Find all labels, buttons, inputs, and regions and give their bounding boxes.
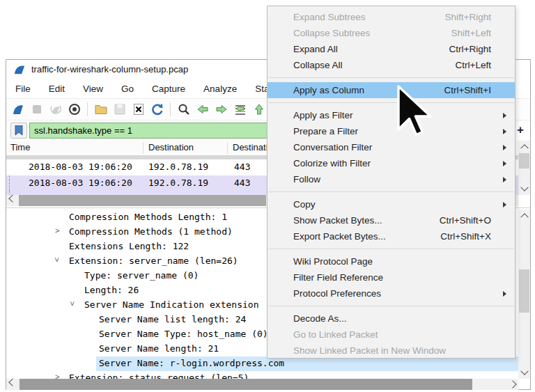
menu-item-label: Colorize with Filter (293, 158, 491, 168)
reload-icon[interactable] (150, 102, 164, 117)
cell-destination: 192.0.78.19 (148, 162, 208, 172)
save-file-icon[interactable] (112, 102, 127, 117)
menu-item-shortcut: Ctrl+Shift+X (440, 231, 491, 242)
expander-expanded-icon[interactable]: > (68, 301, 77, 306)
menu-item-shortcut: Ctrl+Shift+O (440, 215, 491, 226)
restart-capture-icon[interactable] (48, 102, 63, 117)
scroll-down-icon[interactable] (520, 368, 528, 375)
menu-item-expand-all[interactable]: Expand AllCtrl+Right (268, 41, 515, 57)
scrollbar-thumb[interactable] (519, 153, 529, 168)
find-packet-icon[interactable] (176, 102, 191, 117)
detail-text: Server Name list length: 24 (99, 314, 246, 324)
menubar-item-go[interactable]: Go (112, 84, 143, 94)
menubar-item-file[interactable]: File (6, 84, 40, 94)
menu-item-label: Protocol Preferences (293, 288, 491, 299)
toolbar-separator (170, 102, 171, 116)
cell-destination-port: 443 (234, 178, 250, 188)
submenu-arrow-icon (499, 159, 508, 168)
detail-text: Server Name: r-login.wordpress.com (99, 358, 284, 368)
scroll-right-icon[interactable] (509, 380, 516, 388)
scrollbar-thumb[interactable] (20, 379, 472, 390)
capture-options-icon[interactable] (67, 102, 82, 117)
filter-add-button[interactable]: + (513, 123, 527, 138)
menu-item-apply-as-column[interactable]: Apply as ColumnCtrl+Shift+I (268, 82, 515, 98)
menu-item-protocol-preferences[interactable]: Protocol Preferences (268, 285, 515, 301)
start-capture-icon[interactable] (10, 102, 25, 117)
go-forward-icon[interactable] (214, 102, 228, 117)
submenu-arrow-icon (499, 290, 508, 298)
scroll-left-icon[interactable] (8, 195, 16, 203)
close-file-icon[interactable] (131, 102, 146, 117)
menu-item-shortcut: Shift+Left (451, 28, 491, 38)
menu-item-conversation-filter[interactable]: Conversation Filter (268, 139, 515, 155)
context-menu: Expand SubtreesShift+RightCollapse Subtr… (267, 6, 515, 359)
filter-bookmark-button[interactable] (10, 123, 27, 139)
packet-details-vscrollbar[interactable] (518, 210, 530, 379)
detail-text: Type: server_name (0) (84, 270, 199, 281)
menu-item-prepare-a-filter[interactable]: Prepare a Filter (268, 123, 515, 139)
scroll-left-icon[interactable] (8, 379, 16, 386)
mouse-cursor (397, 85, 435, 142)
menu-item-collapse-all[interactable]: Collapse AllCtrl+Left (268, 57, 515, 73)
menubar-item-analyze[interactable]: Analyze (194, 84, 246, 94)
scrollbar-thumb[interactable] (19, 195, 266, 206)
scrollbar-thumb[interactable] (519, 269, 529, 313)
menu-item-show-packet-bytes[interactable]: Show Packet Bytes...Ctrl+Shift+O (268, 212, 515, 228)
detail-tree-row[interactable]: Server Name: r-login.wordpress.com (6, 356, 518, 371)
menubar-item-capture[interactable]: Capture (143, 84, 194, 94)
submenu-arrow-icon (499, 143, 508, 152)
go-back-icon[interactable] (195, 102, 210, 117)
menubar-item-edit[interactable]: Edit (40, 84, 74, 94)
wireshark-logo-icon (13, 64, 26, 75)
menu-item-label: Filter Field Reference (293, 272, 491, 283)
scroll-up-icon[interactable] (520, 144, 528, 152)
menu-separator (268, 77, 514, 78)
menu-item-label: Expand Subtrees (293, 12, 445, 22)
cell-destination: 192.0.78.19 (148, 178, 208, 188)
menubar-item-view[interactable]: View (74, 84, 112, 94)
menu-separator (268, 102, 514, 103)
go-to-packet-icon[interactable] (233, 102, 247, 117)
expander-collapsed-icon[interactable]: > (55, 226, 59, 235)
menu-item-decode-as[interactable]: Decode As... (268, 311, 515, 327)
menu-item-follow[interactable]: Follow (268, 171, 515, 187)
cell-time: 2018-08-03 19:06:20 (29, 162, 132, 172)
menu-item-shortcut: Ctrl+Right (449, 44, 491, 54)
menu-item-label: Apply as Filter (293, 110, 491, 120)
column-divider[interactable] (227, 142, 228, 154)
open-file-icon[interactable] (93, 102, 108, 117)
menu-item-go-to-linked-packet: Go to Linked Packet (268, 327, 515, 343)
menu-item-label: Expand All (293, 44, 449, 54)
menu-item-colorize-with-filter[interactable]: Colorize with Filter (268, 155, 515, 171)
related-packet-mark (9, 175, 10, 191)
packet-list-vscrollbar[interactable] (518, 141, 530, 195)
expander-collapsed-icon[interactable]: > (55, 373, 59, 379)
cell-time: 2018-08-03 19:06:20 (29, 178, 132, 188)
packet-details-hscrollbar[interactable] (6, 379, 518, 390)
stop-capture-icon[interactable] (29, 102, 44, 117)
menu-item-apply-as-filter[interactable]: Apply as Filter (268, 107, 515, 123)
menu-item-shortcut: Ctrl+Shift+I (444, 85, 491, 95)
scroll-down-icon[interactable] (520, 184, 528, 191)
detail-text: Server Name length: 21 (99, 343, 219, 354)
go-first-icon[interactable] (251, 102, 266, 117)
menu-item-copy[interactable]: Copy (268, 196, 515, 212)
menu-item-wiki-protocol-page[interactable]: Wiki Protocol Page (268, 253, 515, 269)
menu-item-label: Export Packet Bytes... (293, 231, 440, 242)
submenu-arrow-icon (499, 111, 508, 120)
menu-item-shortcut: Ctrl+Left (456, 60, 491, 70)
column-header-time[interactable]: Time (10, 142, 30, 152)
screenshot-stage: traffic-for-wireshark-column-setup.pcap … (0, 0, 535, 392)
menu-item-filter-field-reference[interactable]: Filter Field Reference (268, 269, 515, 285)
detail-tree-row[interactable]: >Extension: status_request (len=5) (6, 371, 518, 379)
column-divider[interactable] (143, 142, 144, 154)
scroll-up-icon[interactable] (520, 213, 528, 221)
menu-separator (268, 249, 514, 249)
menu-item-export-packet-bytes[interactable]: Export Packet Bytes...Ctrl+Shift+X (268, 228, 515, 244)
detail-text: Extension: status_request (len=5) (69, 373, 249, 379)
submenu-arrow-icon (499, 127, 508, 136)
menu-item-label: Collapse Subtrees (293, 28, 451, 38)
menu-item-label: Show Packet Bytes... (293, 215, 440, 226)
column-header-destination[interactable]: Destination (148, 142, 194, 152)
expander-expanded-icon[interactable]: > (53, 258, 61, 262)
